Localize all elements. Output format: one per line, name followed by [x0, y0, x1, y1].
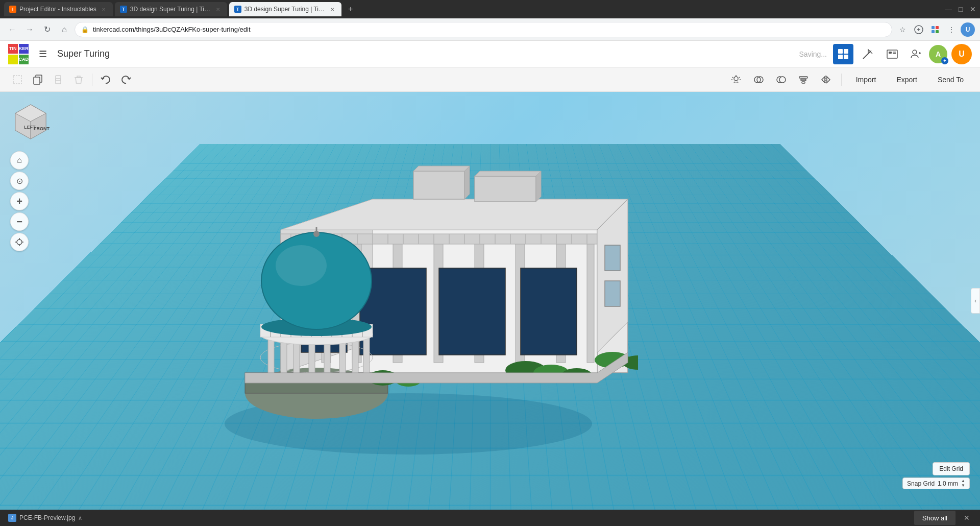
- browser-tab-tinkercad-2[interactable]: T 3D design Super Turing | Tinkerc... ✕: [229, 2, 341, 16]
- app-header: TIN KER CAD ☰ Super Turing Saving... A +…: [0, 41, 980, 67]
- zoom-in-button[interactable]: +: [10, 192, 29, 210]
- close-window-button[interactable]: ✕: [970, 6, 976, 12]
- status-close-button[interactable]: ✕: [962, 513, 972, 523]
- tab-close-instructables[interactable]: ✕: [100, 5, 108, 13]
- svg-rect-7: [838, 55, 843, 59]
- duplicate-button[interactable]: [49, 70, 67, 89]
- home-button[interactable]: ⌂: [57, 22, 71, 37]
- browser-tab-tinkercad-1[interactable]: T 3D design Super Turing | Tinkerc... ✕: [115, 2, 227, 16]
- tab-close-tinkercad-1[interactable]: ✕: [214, 5, 222, 13]
- zoom-out-button[interactable]: −: [10, 212, 29, 231]
- reload-button[interactable]: ↻: [40, 22, 54, 37]
- extensions-icon-1[interactable]: [912, 22, 926, 37]
- logo-cad: CAD: [19, 55, 29, 64]
- edit-grid-button[interactable]: Edit Grid: [933, 462, 970, 475]
- svg-rect-81: [605, 245, 620, 271]
- orbit-button[interactable]: ⊙: [10, 172, 29, 190]
- maximize-button[interactable]: □: [958, 6, 964, 12]
- pickaxe-button[interactable]: [857, 44, 878, 64]
- light-button[interactable]: [727, 70, 745, 89]
- svg-point-108: [276, 245, 327, 286]
- extensions-icon-2[interactable]: [928, 22, 942, 37]
- svg-rect-18: [13, 76, 21, 84]
- more-options-button[interactable]: ⋮: [944, 22, 959, 37]
- grid-view-button[interactable]: [833, 44, 853, 64]
- svg-rect-22: [56, 79, 61, 84]
- svg-rect-50: [521, 268, 577, 355]
- svg-rect-2: [936, 26, 939, 29]
- svg-point-23: [734, 77, 738, 81]
- snap-up-arrow[interactable]: ▲: [961, 479, 965, 483]
- svg-rect-30: [802, 82, 805, 83]
- tab-favicon-tinkercad-2: T: [234, 6, 241, 13]
- address-text: tinkercad.com/things/3uDcQZAkFKo-super-t…: [93, 26, 886, 33]
- svg-rect-6: [844, 49, 848, 54]
- undo-button[interactable]: [96, 70, 115, 89]
- show-all-button[interactable]: Show all: [914, 511, 955, 525]
- deselect-button[interactable]: [8, 70, 27, 89]
- tab-favicon-tinkercad-1: T: [120, 6, 127, 13]
- export-button[interactable]: Export: [888, 71, 925, 88]
- back-button[interactable]: ←: [5, 22, 19, 37]
- send-to-button[interactable]: Send To: [929, 71, 972, 88]
- toolbar-separator-1: [92, 74, 92, 86]
- align-button[interactable]: [794, 70, 813, 89]
- svg-marker-77: [475, 171, 541, 176]
- svg-rect-73: [413, 171, 464, 199]
- svg-marker-38: [281, 199, 628, 230]
- difference-button[interactable]: [772, 70, 790, 89]
- 3d-building: [179, 153, 638, 460]
- address-bar[interactable]: 🔒 tinkercad.com/things/3uDcQZAkFKo-super…: [75, 22, 892, 37]
- add-person-button[interactable]: [906, 45, 925, 63]
- status-bar: J PCE-FB-Preview.jpg ∧ Show all ✕: [0, 510, 980, 526]
- lock-icon: 🔒: [81, 26, 89, 33]
- view-controls: ⌂ ⊙ + −: [10, 151, 51, 251]
- minimize-button[interactable]: —: [945, 6, 951, 12]
- status-file: J PCE-FB-Preview.jpg ∧: [8, 514, 82, 522]
- snap-grid-row: Snap Grid 1.0 mm ▲ ▼: [902, 477, 970, 489]
- forward-button[interactable]: →: [22, 22, 37, 37]
- svg-rect-4: [936, 30, 939, 33]
- import-button[interactable]: Import: [848, 71, 885, 88]
- status-file-name: PCE-FB-Preview.jpg: [19, 514, 75, 521]
- orientation-cube[interactable]: LEFT FRONT: [10, 102, 51, 143]
- svg-rect-46: [587, 240, 594, 363]
- bookmark-button[interactable]: ☆: [895, 22, 910, 37]
- status-chevron[interactable]: ∧: [78, 515, 82, 521]
- home-view-button[interactable]: ⌂: [10, 151, 29, 170]
- svg-marker-78: [536, 171, 541, 202]
- svg-rect-12: [889, 52, 892, 54]
- tab-label-instructables: Project Editor - Instructables: [19, 6, 96, 13]
- snap-down-arrow[interactable]: ▼: [961, 484, 965, 488]
- user-avatar-app[interactable]: A +: [929, 45, 947, 63]
- user-avatar-browser[interactable]: U: [961, 22, 975, 37]
- user-profile-avatar[interactable]: U: [951, 44, 972, 64]
- avatar-plus-icon: +: [941, 57, 948, 64]
- redo-button[interactable]: [117, 70, 135, 89]
- file-type-icon: J: [8, 514, 16, 522]
- tab-label-tinkercad-1: 3D design Super Turing | Tinkerc...: [130, 6, 211, 13]
- svg-rect-3: [932, 30, 935, 33]
- snap-arrows: ▲ ▼: [961, 479, 965, 488]
- hamburger-menu-button[interactable]: ☰: [35, 46, 51, 62]
- svg-point-27: [779, 77, 786, 83]
- gallery-button[interactable]: [882, 44, 902, 64]
- svg-marker-33: [827, 77, 830, 83]
- viewport-controls-left: LEFT FRONT ⌂ ⊙ + −: [10, 102, 51, 251]
- main-viewport[interactable]: LEFT FRONT ⌂ ⊙ + − ‹ Edit Grid Snap Grid…: [0, 92, 980, 510]
- saving-status: Saving...: [799, 50, 827, 58]
- new-tab-button[interactable]: +: [344, 2, 358, 16]
- right-panel-toggle[interactable]: ‹: [971, 288, 980, 314]
- svg-rect-8: [844, 55, 848, 59]
- tab-close-tinkercad-2[interactable]: ✕: [328, 5, 336, 13]
- fit-view-button[interactable]: [10, 233, 29, 251]
- browser-tab-instructables[interactable]: I Project Editor - Instructables ✕: [4, 2, 113, 16]
- toolbar-separator-2: [841, 74, 842, 86]
- svg-rect-86: [268, 337, 274, 378]
- svg-point-125: [17, 240, 22, 245]
- svg-rect-5: [838, 49, 843, 54]
- copy-paste-button[interactable]: [29, 70, 47, 89]
- mirror-button[interactable]: [817, 70, 835, 89]
- delete-button[interactable]: [69, 70, 88, 89]
- union-button[interactable]: [749, 70, 768, 89]
